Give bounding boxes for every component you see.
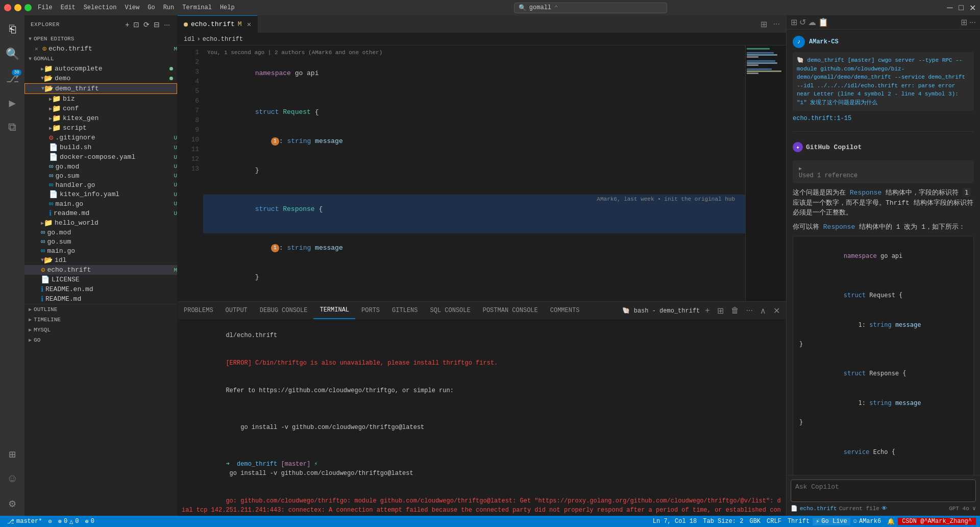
code-line-1[interactable]: namespace go api (203, 59, 745, 88)
code-line-3[interactable]: struct Request { (203, 98, 745, 127)
sidebar-item-maingo-dm[interactable]: ∞ main.go U (24, 199, 177, 208)
status-branch[interactable]: ⎇ master* (4, 518, 45, 525)
file-ref-link[interactable]: echo.thrift:1-15 (793, 115, 851, 122)
sidebar-item-readme-en[interactable]: ℹ README.en.md (24, 284, 177, 294)
close-tab-btn[interactable]: ✕ (247, 20, 251, 29)
maximize-button[interactable]: □ (958, 4, 965, 11)
settings-activity-btn[interactable]: ⚙ (0, 491, 24, 516)
menu-selection[interactable]: Selection (84, 4, 117, 11)
remote-activity-btn[interactable]: ⊞ (0, 442, 24, 467)
sidebar-item-conf[interactable]: ▶ 📁 conf (24, 104, 177, 113)
menu-edit[interactable]: Edit (61, 4, 76, 11)
sidebar-item-gosum-dm[interactable]: ∞ go.sum U (24, 171, 177, 180)
status-line-ending[interactable]: CRLF (764, 518, 785, 525)
sidebar-item-maingo-demo[interactable]: ∞ main.go (24, 246, 177, 255)
sidebar-item-docker-compose[interactable]: 📄 docker-compose.yaml U (24, 152, 177, 162)
code-line-4[interactable]: 1: string message (203, 127, 745, 156)
copilot-toolbar-btn-1[interactable]: ⊞ (791, 17, 797, 27)
copilot-expand-btn[interactable]: ⊞ (961, 17, 967, 27)
status-sync[interactable]: ⊙ (45, 518, 55, 525)
sidebar-item-gomod-dm[interactable]: ∞ go.mod U (24, 162, 177, 171)
refresh-btn[interactable]: ⟳ (142, 19, 151, 30)
copilot-toolbar-btn-3[interactable]: ☁ (808, 17, 816, 27)
code-line-10[interactable] (203, 292, 745, 301)
split-editor-btn[interactable]: ⊞ (758, 18, 769, 30)
breadcrumb-idl[interactable]: idl (184, 36, 195, 43)
status-go-live[interactable]: ⚡ Go Live (813, 518, 850, 525)
go-section-header[interactable]: ▶ GO (24, 335, 177, 345)
status-language[interactable]: Thrift (785, 518, 813, 525)
status-tab-size[interactable]: Tab Size: 2 (700, 518, 746, 525)
tab-problems[interactable]: PROBLEMS (178, 302, 219, 319)
minimize-button[interactable]: ─ (946, 4, 953, 11)
source-control-activity-btn[interactable]: ⎇ 30 (0, 66, 24, 91)
sidebar-item-handler[interactable]: ∞ handler.go U (24, 180, 177, 189)
sidebar-item-script[interactable]: ▶ 📁 script (24, 123, 177, 133)
search-activity-btn[interactable]: 🔍 (0, 42, 24, 66)
tab-terminal[interactable]: TERMINAL (313, 302, 355, 319)
split-terminal-btn[interactable]: ⊞ (715, 305, 726, 317)
tab-ports[interactable]: PORTS (355, 302, 386, 319)
tab-debug-console[interactable]: DEBUG CONSOLE (254, 302, 314, 319)
outline-section-header[interactable]: ▶ OUTLINE (24, 304, 177, 315)
menu-help[interactable]: Help (220, 4, 235, 11)
account-activity-btn[interactable]: ☺ (0, 467, 24, 491)
tab-comments[interactable]: COMMENTS (544, 302, 586, 319)
code-line-6[interactable] (203, 185, 745, 195)
terminal-more-btn[interactable]: ··· (744, 305, 755, 316)
status-notifications[interactable]: 🔔 (884, 518, 898, 525)
timeline-section-header[interactable]: ▶ TIMELINE (24, 315, 177, 325)
new-terminal-btn[interactable]: + (703, 305, 712, 316)
copilot-input-field[interactable] (791, 480, 976, 502)
open-editor-item-echo-thrift[interactable]: ✕ ⊙ echo.thrift M (24, 44, 177, 54)
kill-terminal-btn[interactable]: 🗑 (729, 305, 741, 316)
sidebar-item-idl[interactable]: ▼ 📂 idl (24, 255, 177, 265)
menu-bar[interactable]: File Edit Selection View Go Run Terminal… (38, 4, 235, 11)
code-line-2[interactable] (203, 88, 745, 98)
new-folder-btn[interactable]: ⊡ (132, 19, 140, 30)
collapse-btn[interactable]: ⊟ (153, 19, 161, 30)
code-line-8[interactable]: 1: string message (203, 233, 745, 262)
tab-sql-console[interactable]: SQL CONSOLE (424, 302, 477, 319)
run-activity-btn[interactable]: ▶ (0, 91, 24, 115)
menu-run[interactable]: Run (163, 4, 175, 11)
close-file-icon[interactable]: ✕ (35, 45, 38, 52)
extensions-activity-btn[interactable]: ⧉ (0, 115, 24, 140)
status-info[interactable]: ⊕ 0 (82, 518, 97, 525)
sidebar-item-gosum-demo[interactable]: ∞ go.sum (24, 237, 177, 246)
tab-gitlens[interactable]: GITLENS (386, 302, 424, 319)
gpt-version[interactable]: GPT 4o ∨ (949, 505, 976, 512)
status-errors[interactable]: ⊗ 0 △ 0 (55, 518, 82, 525)
sidebar-item-biz[interactable]: ▶ 📁 biz (24, 94, 177, 104)
terminal-content[interactable]: dl/echo.thrift [ERROR] C/bin/thriftgo is… (178, 320, 786, 516)
code-line-7[interactable]: struct Response { AMark6, last week • in… (203, 195, 745, 233)
menu-terminal[interactable]: Terminal (182, 4, 212, 11)
more-btn[interactable]: ··· (163, 19, 171, 30)
copilot-file-ref[interactable]: 📄 echo.thrift Current file 👁 (791, 505, 887, 512)
menu-file[interactable]: File (38, 4, 53, 11)
menu-view[interactable]: View (125, 4, 139, 11)
sidebar-item-gitignore[interactable]: ⚙ .gitignore U (24, 133, 177, 142)
sidebar-item-kitex-gen[interactable]: ▶ 📁 kitex_gen (24, 113, 177, 123)
explorer-activity-btn[interactable]: ⎗ (0, 17, 24, 42)
sidebar-item-hello-world[interactable]: ▶ 📁 hello_world (24, 218, 177, 228)
close-button[interactable]: ✕ (969, 4, 976, 11)
status-position[interactable]: Ln 7, Col 18 (650, 518, 700, 525)
code-editor[interactable]: 1 2 3 4 5 6 7 8 9 10 11 12 13 (178, 45, 786, 301)
sidebar-item-autocomplete[interactable]: ▶ 📁 autocomplete (24, 64, 177, 74)
copilot-toolbar-btn-2[interactable]: ↺ (799, 17, 806, 27)
sidebar-item-demo-thrift[interactable]: ▼ 📂 demo_thrift (24, 83, 177, 94)
new-file-btn[interactable]: + (124, 19, 130, 30)
tab-postman-console[interactable]: POSTMAN CONSOLE (477, 302, 544, 319)
status-user[interactable]: ☺ AMark6 (850, 518, 884, 525)
copilot-toolbar-btn-4[interactable]: 📋 (818, 17, 828, 27)
open-editors-section-header[interactable]: ▼ OPEN EDITORS (24, 34, 177, 44)
sidebar-item-buildsh[interactable]: 📄 build.sh U (24, 142, 177, 152)
code-line-5[interactable]: } (203, 156, 745, 185)
sidebar-item-readme-md[interactable]: ℹ README.md (24, 294, 177, 304)
code-content[interactable]: You, 1 second ago | 2 authors (AMark6 an… (203, 45, 745, 301)
mysql-section-header[interactable]: ▶ MYSQL (24, 325, 177, 335)
sidebar-item-license[interactable]: 📄 LICENSE (24, 275, 177, 284)
close-panel-btn[interactable]: ✕ (771, 305, 782, 317)
code-line-9[interactable]: } (203, 262, 745, 292)
